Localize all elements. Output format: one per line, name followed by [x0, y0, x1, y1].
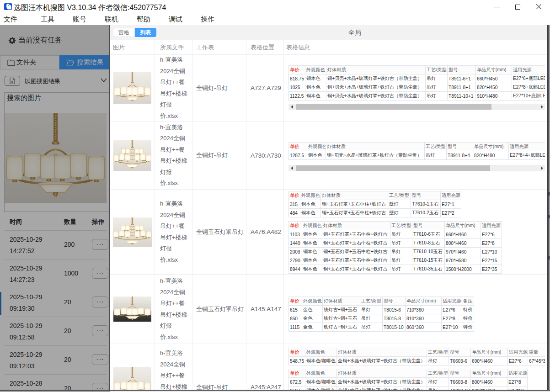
chandelier-photo [113, 140, 151, 171]
close-button[interactable] [528, 0, 549, 14]
scroll-right-arrow[interactable] [539, 104, 545, 110]
view-tab-grid[interactable]: 宫格 [113, 28, 135, 37]
worksheet-name: 全铜灯-吊灯 [192, 344, 246, 390]
info-cell: 铜本色 [302, 239, 322, 248]
info-col-header: 工艺/类型 [427, 348, 449, 357]
chandelier-photo [113, 217, 152, 247]
info-cell: T7610-2玉石 [411, 209, 441, 217]
info-col-header: 单价 [289, 369, 305, 378]
minimize-button[interactable] [486, 0, 507, 14]
titlebar: 选图汪本机搜图 V3.10.34 作者微信:452077574 [0, 0, 550, 14]
product-thumbnail[interactable] [110, 190, 155, 275]
scroll-right-arrow[interactable] [539, 165, 545, 171]
info-col-header: 灯体材质 [337, 369, 427, 378]
info-cell: 660*H450 [476, 74, 512, 83]
window-title: 选图汪本机搜图 V3.10.34 作者微信:452077574 [14, 3, 166, 13]
info-cell: T7610-10玉石 [412, 248, 445, 256]
sheet-info-table: 单价外观颜色灯体材质工艺/类型型号单品尺寸(mm)适用光源672.5铜本色/咖啡… [288, 369, 528, 390]
info-col-header: 工艺/类型 [427, 369, 449, 378]
sheet-info-table: 单价外观颜色灯体材质工艺/类型型号适用光源315铜本色铜+玉石灯罩+玉石中柱+铁… [288, 191, 461, 217]
menu-item-5[interactable]: 帮助 [137, 15, 150, 24]
info-col-header: 外观颜色 [302, 297, 323, 306]
info-cell: 壁灯 [388, 209, 411, 217]
cell-range: A245:A247 [246, 344, 284, 390]
info-col-header: 外观颜色 [302, 222, 322, 230]
info-cell: 特价 [462, 323, 474, 332]
info-col-header: 型号 [411, 191, 441, 200]
maximize-button[interactable] [507, 0, 528, 14]
product-thumbnail[interactable] [110, 275, 155, 344]
info-table-scrollbar[interactable] [288, 104, 545, 110]
source-file-name: h-宜美洛2024全铜吊灯++餐吊灯+楼梯灯报价.xlsx [155, 55, 192, 122]
info-row: 2790铜本色铜+玉石灯罩+玉石中柱+铁灯古吊灯T7610-15玉石970*H5… [289, 256, 502, 265]
info-cell: E27*6+底部LED [512, 74, 545, 83]
info-cell: 全铜+水晶+玻璃灯罩+铁灯古（带防尘盖） [337, 378, 427, 387]
info-cell: 吊灯 [427, 378, 449, 387]
scrollbar-thumb[interactable] [296, 104, 491, 110]
info-cell: 铜+玉石灯罩+玉石中柱+铁灯古 [322, 265, 390, 274]
info-cell: E27*8+4+底部LED [509, 151, 545, 160]
menu-item-1[interactable]: 文件 [4, 15, 17, 24]
menu-item-6[interactable]: 调试 [169, 15, 182, 24]
info-cell: E27*8 [507, 378, 528, 387]
scroll-left-arrow[interactable] [288, 165, 295, 171]
table-row[interactable]: h-宜美洛2024全铜吊灯++餐吊灯+楼梯灯报价.xlsx全铜灯-吊灯A730:… [110, 122, 547, 190]
info-cell: 910*H480 [476, 92, 512, 101]
info-col-header: 单品尺寸(mm) [476, 66, 512, 74]
menu-item-3[interactable]: 账号 [73, 15, 86, 24]
info-cell: 铜+贝壳+水晶+玻璃灯罩+铁灯古（带防尘盖） [326, 92, 426, 101]
app-logo-icon [4, 3, 12, 10]
info-cell: 铜+贝壳+水晶+玻璃灯罩+铁灯古（带防尘盖） [326, 74, 426, 83]
info-row: 1115金色铁灯古+铜+玉石吊灯T8015-10860*360E27*10特价 [289, 323, 474, 332]
worksheet-name: 全铜灯-吊灯 [192, 122, 246, 190]
info-col-header: 适用光源 [507, 369, 528, 378]
info-col-header: 单品尺寸(mm) [471, 348, 508, 357]
dialog-right-edge [547, 25, 549, 392]
info-cell: 铜本色 [300, 209, 321, 217]
info-cell: 2003 [289, 248, 302, 256]
scrollbar-thumb[interactable] [296, 165, 490, 171]
info-cell: 615 [289, 306, 302, 314]
info-row: 818.75铜本色铜+贝壳+水晶+玻璃灯罩+铁灯古（带防尘盖）吊灯T8911-6… [289, 74, 545, 83]
menu-item-7[interactable]: 操作 [201, 15, 214, 24]
info-col-header: 型号 [448, 66, 476, 74]
chandelier-photo [113, 367, 151, 390]
info-cell: 铜本色 [305, 74, 326, 83]
info-cell: E27*6 [442, 306, 462, 314]
app-window: 选图汪本机搜图 V3.10.34 作者微信:452077574 文件工具账号联机… [0, 0, 550, 392]
info-col-header: 外观颜色 [305, 369, 337, 378]
info-cell: 1122.5 [289, 92, 305, 101]
info-cell: 672.5 [289, 378, 305, 387]
info-col-header: 适用光源 [481, 222, 502, 230]
info-col-header: 灯体材质 [326, 143, 425, 151]
info-cell: T7610-35玉石 [412, 265, 445, 274]
product-thumbnail[interactable] [110, 344, 155, 390]
info-cell: T7610-15玉石 [412, 256, 445, 265]
info-row: 548.75铜本色/咖啡色全铜+水晶+玻璃灯罩+铁灯古（带防尘盖）吊灯T6603… [289, 357, 545, 366]
table-row[interactable]: h-宜美洛2024全铜吊灯++餐吊灯+楼梯灯报价.xlsx全铜灯-吊灯A727:… [110, 55, 547, 122]
table-row[interactable]: h-宜美洛2024全铜吊灯++餐吊灯+楼梯灯报价.xlsx全铜灯-吊灯A245:… [110, 344, 547, 390]
table-row[interactable]: h-宜美洛2024全铜吊灯++餐吊灯+楼梯灯报价.xlsx全铜玉石灯罩吊灯A14… [110, 275, 547, 344]
info-col-header: 工艺/类型 [425, 143, 447, 151]
view-tab-list[interactable]: 列表 [135, 28, 156, 37]
product-thumbnail[interactable] [110, 122, 155, 190]
info-col-header: 单价 [289, 143, 307, 151]
scroll-left-arrow[interactable] [288, 104, 295, 110]
info-col-header: 适用光源 [441, 191, 461, 200]
info-cell: 1115 [289, 323, 302, 332]
info-cell: 铜本色 [305, 92, 326, 101]
info-table-scrollbar[interactable] [288, 165, 545, 171]
info-cell: 全铜+水晶+玻璃灯罩+铁灯古（带防尘盖） [337, 357, 427, 366]
menu-item-2[interactable]: 工具 [41, 15, 54, 24]
info-col-header: 单价 [289, 222, 302, 230]
info-cell: 710*360 [406, 306, 442, 314]
info-cell: T8911-6+1 [448, 74, 476, 83]
table-row[interactable]: h-宜美洛2024全铜吊灯++餐吊灯+楼梯灯报价.xlsx全铜玉石灯罩吊灯A47… [110, 190, 547, 275]
info-cell: 吊灯 [390, 256, 412, 265]
product-thumbnail[interactable] [110, 55, 155, 122]
info-cell: 1025 [289, 83, 305, 92]
info-cell: E27*8+底部LED [512, 83, 545, 92]
menu-item-4[interactable]: 联机 [105, 15, 118, 24]
dialog-title: 全局 [348, 25, 361, 40]
cell-range: A730:A730 [246, 122, 284, 190]
